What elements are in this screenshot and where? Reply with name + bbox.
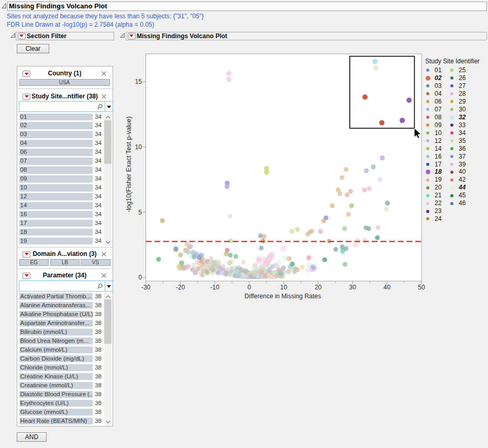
svg-text:40: 40	[384, 284, 391, 291]
svg-text:15: 15	[135, 78, 142, 85]
svg-text:-log10(Fisher Exact Test p-val: -log10(Fisher Exact Test p-value)	[126, 116, 132, 212]
svg-text:5: 5	[138, 209, 142, 216]
svg-text:20: 20	[315, 284, 322, 291]
svg-text:30: 30	[349, 284, 357, 291]
svg-text:-10: -10	[210, 284, 220, 291]
svg-text:0: 0	[138, 274, 142, 281]
svg-text:-20: -20	[176, 284, 185, 291]
svg-text:10: 10	[280, 284, 287, 291]
svg-text:Difference in Missing Rates: Difference in Missing Rates	[245, 293, 321, 300]
svg-text:10: 10	[135, 143, 142, 151]
svg-text:50: 50	[418, 284, 425, 291]
svg-text:-30: -30	[141, 284, 151, 291]
svg-text:0: 0	[248, 284, 251, 291]
